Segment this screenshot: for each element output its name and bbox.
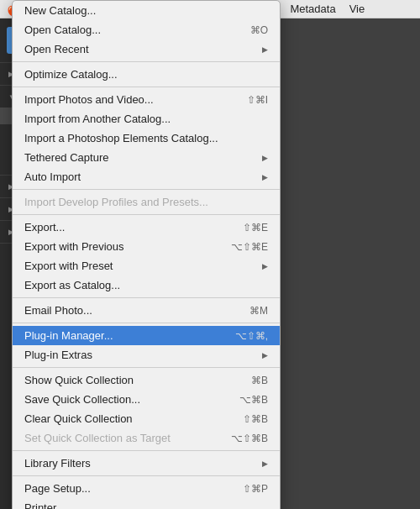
menu-item-label-2: Open Recent bbox=[24, 43, 89, 55]
menu-item-label-14: Email Photo... bbox=[24, 304, 92, 317]
menu-item-8[interactable]: Auto Import▶ bbox=[13, 167, 280, 186]
menu-item-label-16: Plug-in Extras bbox=[24, 349, 92, 361]
menu-item-label-11: Export with Previous bbox=[24, 240, 124, 253]
menu-item-right-12: ▶ bbox=[254, 262, 268, 270]
menu-item-right-1: ⌘O bbox=[234, 24, 268, 36]
menu-item-label-23: Printer... bbox=[24, 501, 65, 509]
menu-item-label-20: Set Quick Collection as Target bbox=[24, 432, 171, 444]
menu-item-11[interactable]: Export with Previous⌥⇧⌘E bbox=[13, 237, 280, 256]
menu-item-label-0: New Catalog... bbox=[24, 4, 96, 17]
menu-item-label-21: Library Filters bbox=[24, 457, 91, 470]
menu-item-label-12: Export with Preset bbox=[24, 260, 113, 272]
menu-item-arrow-16: ▶ bbox=[262, 351, 268, 359]
menu-item-label-3: Optimize Catalog... bbox=[24, 68, 118, 81]
menu-item-label-8: Auto Import bbox=[24, 171, 81, 183]
menu-item-14[interactable]: Email Photo...⌘M bbox=[13, 301, 280, 320]
menu-item-16[interactable]: Plug-in Extras▶ bbox=[13, 345, 280, 365]
menu-item-label-1: Open Catalog... bbox=[24, 24, 101, 36]
menu-item-right-22: ⇧⌘P bbox=[226, 483, 268, 495]
menu-item-right-10: ⇧⌘E bbox=[226, 222, 268, 234]
menu-item-arrow-8: ▶ bbox=[262, 173, 268, 181]
menu-separator-14 bbox=[13, 323, 280, 323]
menu-item-label-15: Plug-in Manager... bbox=[24, 329, 113, 342]
menu-item-label-5: Import from Another Catalog... bbox=[24, 113, 171, 125]
menu-separator-20 bbox=[13, 450, 280, 451]
menu-item-label-6: Import a Photoshop Elements Catalog... bbox=[24, 132, 218, 144]
menu-item-arrow-2: ▶ bbox=[262, 45, 268, 54]
menu-item-right-11: ⌥⇧⌘E bbox=[214, 241, 268, 253]
menu-item-shortcut-19: ⇧⌘B bbox=[243, 413, 268, 425]
menu-item-right-2: ▶ bbox=[254, 45, 268, 54]
menu-item-right-17: ⌘B bbox=[234, 375, 268, 386]
menu-item-shortcut-14: ⌘M bbox=[249, 305, 268, 317]
menu-item-13[interactable]: Export as Catalog... bbox=[13, 275, 280, 295]
menu-item-arrow-12: ▶ bbox=[262, 262, 268, 270]
menu-item-right-15: ⌥⇧⌘, bbox=[218, 330, 268, 342]
menu-item-shortcut-15: ⌥⇧⌘, bbox=[235, 330, 268, 342]
menu-item-label-10: Export... bbox=[24, 221, 65, 234]
menu-separator-21 bbox=[13, 475, 280, 476]
file-dropdown-menu: New Catalog...Open Catalog...⌘OOpen Rece… bbox=[12, 0, 281, 509]
menu-separator-3 bbox=[13, 87, 280, 87]
menu-item-right-16: ▶ bbox=[254, 351, 268, 359]
menu-item-arrow-7: ▶ bbox=[262, 154, 268, 162]
menu-item-3[interactable]: Optimize Catalog... bbox=[13, 65, 280, 84]
menu-item-right-21: ▶ bbox=[254, 459, 268, 468]
menu-item-19[interactable]: Clear Quick Collection⇧⌘B bbox=[13, 409, 280, 428]
menu-item-right-4: ⇧⌘I bbox=[230, 94, 268, 106]
menu-item-right-19: ⇧⌘B bbox=[226, 413, 268, 425]
menu-item-label-18: Save Quick Collection... bbox=[24, 393, 140, 406]
menu-item-label-13: Export as Catalog... bbox=[24, 279, 120, 291]
menu-item-label-4: Import Photos and Video... bbox=[24, 93, 154, 106]
menu-separator-8 bbox=[13, 189, 280, 190]
menu-item-18[interactable]: Save Quick Collection...⌥⌘B bbox=[13, 390, 280, 409]
menu-item-1[interactable]: Open Catalog...⌘O bbox=[13, 20, 280, 39]
menu-separator-16 bbox=[13, 367, 280, 368]
menu-item-12[interactable]: Export with Preset▶ bbox=[13, 256, 280, 275]
menu-item-right-18: ⌥⌘B bbox=[223, 394, 268, 406]
menu-item-17[interactable]: Show Quick Collection⌘B bbox=[13, 370, 280, 390]
menu-item-23[interactable]: Printer... bbox=[13, 498, 280, 509]
menu-item-0[interactable]: New Catalog... bbox=[13, 1, 280, 20]
menu-item-shortcut-11: ⌥⇧⌘E bbox=[231, 241, 268, 253]
menu-item-arrow-21: ▶ bbox=[262, 459, 268, 468]
menu-item-label-19: Clear Quick Collection bbox=[24, 412, 133, 425]
menu-item-right-14: ⌘M bbox=[233, 305, 268, 317]
menu-item-shortcut-17: ⌘B bbox=[251, 375, 268, 386]
menu-item-shortcut-22: ⇧⌘P bbox=[243, 483, 268, 495]
menu-item-label-17: Show Quick Collection bbox=[24, 374, 134, 386]
menu-item-shortcut-1: ⌘O bbox=[250, 24, 268, 36]
menu-item-right-7: ▶ bbox=[254, 154, 268, 162]
menu-item-label-22: Page Setup... bbox=[24, 482, 91, 495]
menu-item-right-20: ⌥⇧⌘B bbox=[214, 433, 268, 444]
menu-item-shortcut-4: ⇧⌘I bbox=[247, 94, 268, 106]
menu-item-6[interactable]: Import a Photoshop Elements Catalog... bbox=[13, 129, 280, 148]
menu-item-22[interactable]: Page Setup...⇧⌘P bbox=[13, 479, 280, 498]
menu-item-right-8: ▶ bbox=[254, 173, 268, 181]
menu-item-10[interactable]: Export...⇧⌘E bbox=[13, 218, 280, 237]
menu-item-2[interactable]: Open Recent▶ bbox=[13, 39, 280, 59]
menu-separator-13 bbox=[13, 297, 280, 298]
menu-item-5[interactable]: Import from Another Catalog... bbox=[13, 109, 280, 129]
menu-item-shortcut-18: ⌥⌘B bbox=[239, 394, 268, 406]
menu-item-9: Import Develop Profiles and Presets... bbox=[13, 192, 280, 212]
menu-separator-9 bbox=[13, 214, 280, 215]
menu-item-7[interactable]: Tethered Capture▶ bbox=[13, 148, 280, 167]
menu-separator-2 bbox=[13, 61, 280, 62]
menu-item-label-7: Tethered Capture bbox=[24, 151, 108, 164]
menu-item-4[interactable]: Import Photos and Video...⇧⌘I bbox=[13, 90, 280, 109]
menu-item-20: Set Quick Collection as Target⌥⇧⌘B bbox=[13, 428, 280, 448]
menu-item-21[interactable]: Library Filters▶ bbox=[13, 454, 280, 473]
menu-item-shortcut-10: ⇧⌘E bbox=[243, 222, 268, 234]
menu-item-label-9: Import Develop Profiles and Presets... bbox=[24, 196, 208, 208]
menu-item-shortcut-20: ⌥⇧⌘B bbox=[231, 433, 268, 444]
menu-item-15[interactable]: Plug-in Manager...⌥⇧⌘, bbox=[13, 326, 280, 345]
dropdown-overlay: New Catalog...Open Catalog...⌘OOpen Rece… bbox=[0, 0, 420, 509]
